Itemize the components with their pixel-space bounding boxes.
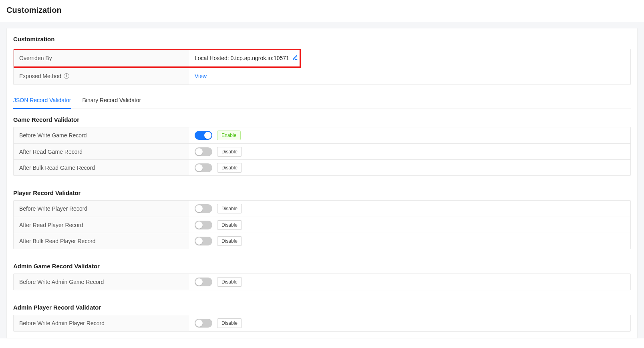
- validator-section: Admin Player Record ValidatorBefore Writ…: [13, 297, 631, 332]
- tab-json-record-validator[interactable]: JSON Record Validator: [13, 94, 71, 109]
- validator-row: Before Write Player RecordDisable: [14, 201, 630, 217]
- edit-icon[interactable]: [292, 55, 298, 62]
- label-exposed-method: Exposed Method: [19, 73, 61, 79]
- toggle-switch[interactable]: [195, 163, 212, 172]
- validator-table: Before Write Player RecordDisableAfter R…: [13, 200, 631, 249]
- exposed-method-view-link[interactable]: View: [195, 73, 207, 79]
- disable-badge: Disable: [217, 277, 242, 287]
- validator-tabs: JSON Record Validator Binary Record Vali…: [13, 91, 631, 109]
- validator-table: Before Write Admin Player RecordDisable: [13, 315, 631, 332]
- validator-row: After Read Player RecordDisable: [14, 217, 630, 233]
- label-overriden-by: Overriden By: [14, 49, 189, 67]
- validator-section: Admin Game Record ValidatorBefore Write …: [13, 255, 631, 290]
- toggle-switch[interactable]: [195, 131, 212, 140]
- toggle-switch[interactable]: [195, 319, 212, 328]
- info-icon[interactable]: i: [64, 73, 69, 79]
- validator-row-label: Before Write Admin Game Record: [14, 274, 189, 290]
- section-title: Admin Player Record Validator: [13, 297, 631, 315]
- toggle-switch[interactable]: [195, 278, 212, 286]
- disable-badge: Disable: [217, 147, 242, 157]
- disable-badge: Disable: [217, 163, 242, 173]
- toggle-switch[interactable]: [195, 221, 212, 229]
- validator-section: Game Record ValidatorBefore Write Game R…: [13, 109, 631, 176]
- disable-badge: Disable: [217, 236, 242, 246]
- customization-panel: Customization Overriden By Local Hosted:…: [6, 28, 638, 338]
- panel-title: Customization: [7, 28, 637, 49]
- validator-row-label: Before Write Player Record: [14, 201, 189, 217]
- validator-table: Before Write Game RecordEnableAfter Read…: [13, 127, 631, 176]
- row-exposed-method: Exposed Method i View: [14, 67, 630, 84]
- validator-table: Before Write Admin Game RecordDisable: [13, 274, 631, 290]
- validator-row-label: Before Write Game Record: [14, 127, 189, 143]
- validator-row-label: After Bulk Read Player Record: [14, 233, 189, 249]
- page-title: Customization: [0, 0, 644, 22]
- validator-row: After Read Game RecordDisable: [14, 143, 630, 159]
- toggle-switch[interactable]: [195, 204, 212, 213]
- disable-badge: Disable: [217, 204, 242, 213]
- disable-badge: Disable: [217, 220, 242, 230]
- validator-row: Before Write Admin Player RecordDisable: [14, 315, 630, 331]
- validator-row-label: Before Write Admin Player Record: [14, 315, 189, 331]
- validator-row-label: After Bulk Read Game Record: [14, 160, 189, 175]
- validator-row: Before Write Game RecordEnable: [14, 127, 630, 143]
- value-overriden-by: Local Hosted: 0.tcp.ap.ngrok.io:10571: [195, 55, 289, 61]
- validator-section: Player Record ValidatorBefore Write Play…: [13, 182, 631, 249]
- info-table: Overriden By Local Hosted: 0.tcp.ap.ngro…: [13, 49, 631, 85]
- section-title: Game Record Validator: [13, 109, 631, 127]
- enable-badge: Enable: [217, 131, 241, 140]
- validator-row: After Bulk Read Player RecordDisable: [14, 233, 630, 249]
- section-title: Admin Game Record Validator: [13, 255, 631, 274]
- tab-binary-record-validator[interactable]: Binary Record Validator: [82, 94, 141, 109]
- validator-row-label: After Read Game Record: [14, 144, 189, 159]
- section-title: Player Record Validator: [13, 182, 631, 200]
- validator-row: After Bulk Read Game RecordDisable: [14, 159, 630, 175]
- row-overriden-by: Overriden By Local Hosted: 0.tcp.ap.ngro…: [14, 49, 630, 67]
- toggle-switch[interactable]: [195, 147, 212, 156]
- validator-row: Before Write Admin Game RecordDisable: [14, 274, 630, 290]
- toggle-switch[interactable]: [195, 237, 212, 245]
- disable-badge: Disable: [217, 318, 242, 328]
- validator-row-label: After Read Player Record: [14, 217, 189, 233]
